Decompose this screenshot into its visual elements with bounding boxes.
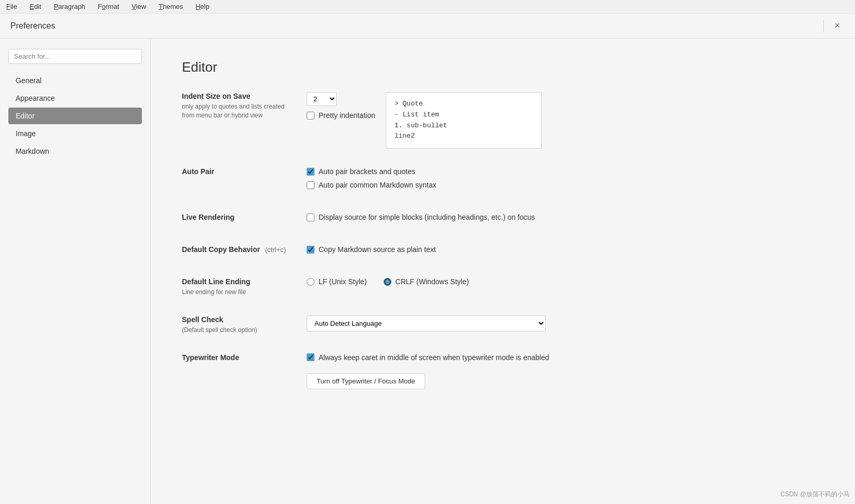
display-source-checkbox[interactable] [307,214,314,221]
default-copy-label: Default Copy Behavior (ctrl+c) [182,245,296,254]
auto-pair-markdown-row: Auto pair common Markdown syntax [307,181,824,189]
indent-select-and-checkbox: 1 2 4 Pretty indentation [307,92,375,125]
menu-paragraph[interactable]: Paragraph [51,2,87,11]
pretty-indentation-checkbox[interactable] [307,112,314,120]
turn-off-typewriter-button[interactable]: Turn off Typewriter / Focus Mode [307,373,425,389]
window-divider [823,20,824,32]
auto-pair-section: Auto Pair Auto pair brackets and quotes … [182,167,824,194]
default-copy-label-col: Default Copy Behavior (ctrl+c) [182,245,296,259]
indent-size-controls: 1 2 4 Pretty indentation > Quote - List … [307,92,824,149]
indent-size-select[interactable]: 1 2 4 [307,92,337,106]
sidebar: General Appearance Editor Image Markdown [0,38,151,504]
menu-bar: File Edit Paragraph Format View Themes H… [0,0,855,14]
close-area: × [823,19,845,33]
keep-caret-checkbox[interactable] [307,353,314,361]
lf-label: LF (Unix Style) [319,277,367,286]
indent-size-section: Indent Size on Save only apply to quotes… [182,92,824,149]
indent-preview: > Quote - List item 1. sub-bullet line2 [386,92,542,149]
pretty-indentation-row: Pretty indentation [307,111,375,120]
auto-pair-brackets-row: Auto pair brackets and quotes [307,167,824,176]
auto-pair-brackets-checkbox[interactable] [307,168,314,176]
search-input[interactable] [8,49,142,64]
copy-markdown-checkbox[interactable] [307,246,314,254]
crlf-label: CRLF (Windows Style) [396,277,469,286]
sidebar-item-markdown[interactable]: Markdown [8,143,142,160]
live-rendering-label: Live Rendering [182,213,296,221]
spell-check-sublabel: (Default spell check option) [182,326,296,335]
crlf-radio[interactable] [384,278,391,286]
default-line-ending-sublabel: Line ending for new file [182,288,296,297]
default-copy-shortcut: (ctrl+c) [265,246,286,254]
watermark: CSDN @放荡不羁的小马 [780,490,850,499]
spell-check-section: Spell Check (Default spell check option)… [182,315,824,335]
live-rendering-section: Live Rendering Display source for simple… [182,213,824,227]
content-area: Editor Indent Size on Save only apply to… [151,38,855,504]
auto-pair-markdown-label: Auto pair common Markdown syntax [319,181,436,189]
line-ending-radio-group: LF (Unix Style) CRLF (Windows Style) [307,277,824,286]
default-line-ending-label: Default Line Ending [182,277,296,286]
spell-check-label-col: Spell Check (Default spell check option) [182,315,296,335]
menu-view[interactable]: View [129,2,148,11]
default-line-ending-label-col: Default Line Ending Line ending for new … [182,277,296,297]
typewriter-mode-label: Typewriter Mode [182,353,296,362]
page-title: Editor [182,59,824,75]
preview-line1: > Quote [394,99,533,110]
auto-pair-markdown-checkbox[interactable] [307,181,314,189]
copy-markdown-row: Copy Markdown source as plain text [307,245,824,254]
window-chrome: Preferences × [0,14,855,38]
auto-pair-label: Auto Pair [182,167,296,176]
keep-caret-label: Always keep caret in middle of screen wh… [319,353,549,362]
sidebar-item-general[interactable]: General [8,72,142,89]
indent-size-sublabel: only apply to quotes and lists created f… [182,102,296,120]
preview-line4: line2 [394,131,533,142]
keep-caret-row: Always keep caret in middle of screen wh… [307,353,824,362]
sidebar-item-image[interactable]: Image [8,125,142,142]
typewriter-mode-section: Typewriter Mode Always keep caret in mid… [182,353,824,389]
menu-help[interactable]: Help [193,2,212,11]
typewriter-mode-label-col: Typewriter Mode [182,353,296,389]
default-copy-controls: Copy Markdown source as plain text [307,245,824,259]
indent-size-label-col: Indent Size on Save only apply to quotes… [182,92,296,149]
default-copy-section: Default Copy Behavior (ctrl+c) Copy Mark… [182,245,824,259]
sidebar-item-appearance[interactable]: Appearance [8,90,142,107]
live-rendering-label-col: Live Rendering [182,213,296,227]
indent-size-label: Indent Size on Save [182,92,296,100]
display-source-label: Display source for simple blocks (includ… [319,213,535,221]
preview-line2: - List item [394,110,533,121]
display-source-row: Display source for simple blocks (includ… [307,213,824,221]
auto-pair-brackets-label: Auto pair brackets and quotes [319,167,415,176]
copy-markdown-label: Copy Markdown source as plain text [319,245,436,254]
live-rendering-controls: Display source for simple blocks (includ… [307,213,824,227]
crlf-radio-row: CRLF (Windows Style) [384,277,469,286]
close-button[interactable]: × [830,19,845,33]
default-line-ending-controls: LF (Unix Style) CRLF (Windows Style) [307,277,824,297]
pretty-indentation-label: Pretty indentation [319,111,375,120]
lf-radio-row: LF (Unix Style) [307,277,367,286]
spell-check-label: Spell Check [182,315,296,324]
main-container: General Appearance Editor Image Markdown… [0,38,855,504]
window-title: Preferences [10,21,55,31]
typewriter-mode-controls: Always keep caret in middle of screen wh… [307,353,824,389]
spell-check-select[interactable]: Auto Detect Language English (US) Englis… [307,315,546,331]
auto-pair-controls: Auto pair brackets and quotes Auto pair … [307,167,824,194]
auto-pair-label-col: Auto Pair [182,167,296,194]
sidebar-item-editor[interactable]: Editor [8,108,142,124]
menu-format[interactable]: Format [96,2,121,11]
preview-line3: 1. sub-bullet [394,121,533,131]
menu-themes[interactable]: Themes [156,2,185,11]
lf-radio[interactable] [307,278,314,286]
menu-edit[interactable]: Edit [28,2,43,11]
menu-file[interactable]: File [4,2,19,11]
indent-controls: 1 2 4 Pretty indentation > Quote - List … [307,92,824,149]
default-line-ending-section: Default Line Ending Line ending for new … [182,277,824,297]
spell-check-controls: Auto Detect Language English (US) Englis… [307,315,824,335]
